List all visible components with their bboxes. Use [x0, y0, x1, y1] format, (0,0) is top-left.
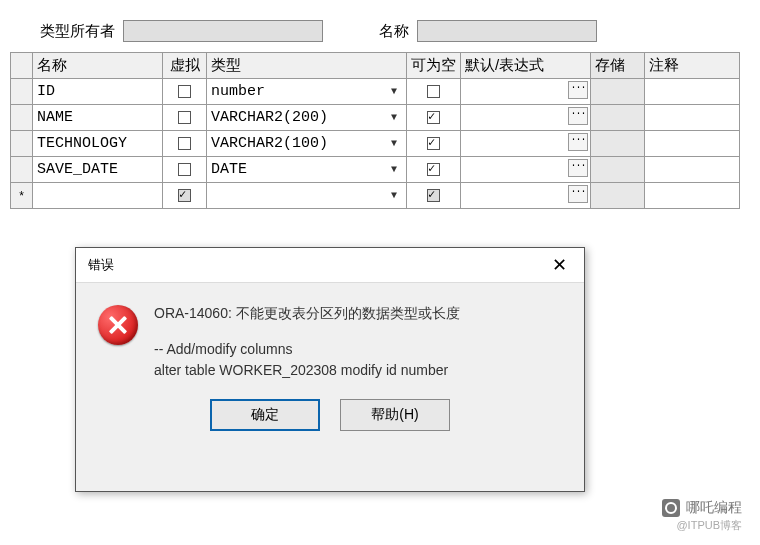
cell-store[interactable] — [591, 157, 645, 183]
error-sub-line2: alter table WORKER_202308 modify id numb… — [154, 360, 564, 381]
col-header-comment[interactable]: 注释 — [645, 53, 740, 79]
cell-name[interactable]: SAVE_DATE — [33, 157, 163, 183]
cell-comment[interactable] — [645, 105, 740, 131]
cell-virtual[interactable] — [163, 105, 207, 131]
checkbox-icon[interactable] — [427, 85, 440, 98]
chevron-down-icon[interactable]: ▼ — [386, 136, 402, 152]
error-message: ORA-14060: 不能更改表分区列的数据类型或长度 — [154, 305, 564, 323]
checkbox-icon[interactable] — [427, 163, 440, 176]
wechat-icon — [662, 499, 680, 517]
chevron-down-icon[interactable]: ▼ — [386, 188, 402, 204]
cell-name[interactable]: TECHNOLOGY — [33, 131, 163, 157]
checkbox-icon[interactable] — [427, 189, 440, 202]
col-header-store[interactable]: 存储 — [591, 53, 645, 79]
error-icon — [98, 305, 138, 345]
row-selector[interactable] — [11, 131, 33, 157]
columns-grid: 名称 虚拟 类型 可为空 默认/表达式 存储 注释 ID number▼ ···… — [10, 52, 740, 209]
ellipsis-icon[interactable]: ··· — [568, 81, 588, 99]
table-row[interactable]: TECHNOLOGY VARCHAR2(100)▼ ··· — [11, 131, 740, 157]
checkbox-icon[interactable] — [178, 85, 191, 98]
cell-virtual[interactable] — [163, 79, 207, 105]
row-selector[interactable] — [11, 79, 33, 105]
cell-default[interactable]: ··· — [461, 79, 591, 105]
cell-type[interactable]: DATE▼ — [207, 157, 407, 183]
table-row[interactable]: NAME VARCHAR2(200)▼ ··· — [11, 105, 740, 131]
owner-input[interactable] — [123, 20, 323, 42]
cell-virtual[interactable] — [163, 131, 207, 157]
cell-nullable[interactable] — [407, 79, 461, 105]
watermark-text: 哪吒编程 — [686, 499, 742, 517]
chevron-down-icon[interactable]: ▼ — [386, 84, 402, 100]
checkbox-icon[interactable] — [178, 111, 191, 124]
cell-store[interactable] — [591, 79, 645, 105]
cell-comment[interactable] — [645, 157, 740, 183]
filter-bar: 类型所有者 名称 — [0, 0, 760, 52]
watermark: 哪吒编程 — [662, 499, 742, 517]
cell-type[interactable]: ▼ — [207, 183, 407, 209]
col-header-name[interactable]: 名称 — [33, 53, 163, 79]
checkbox-icon[interactable] — [178, 189, 191, 202]
cell-default[interactable]: ··· — [461, 157, 591, 183]
cell-store[interactable] — [591, 183, 645, 209]
cell-virtual[interactable] — [163, 157, 207, 183]
col-header-virtual[interactable]: 虚拟 — [163, 53, 207, 79]
dialog-titlebar[interactable]: 错误 ✕ — [76, 248, 584, 283]
cell-nullable[interactable] — [407, 105, 461, 131]
dialog-title-text: 错误 — [88, 256, 114, 274]
table-row[interactable]: ID number▼ ··· — [11, 79, 740, 105]
row-selector[interactable] — [11, 105, 33, 131]
error-dialog: 错误 ✕ ORA-14060: 不能更改表分区列的数据类型或长度 -- Add/… — [75, 247, 585, 492]
ok-button[interactable]: 确定 — [210, 399, 320, 431]
cell-comment[interactable] — [645, 79, 740, 105]
cell-nullable[interactable] — [407, 157, 461, 183]
name-filter-input[interactable] — [417, 20, 597, 42]
cell-store[interactable] — [591, 131, 645, 157]
newrow-marker: * — [11, 183, 33, 209]
cell-default[interactable]: ··· — [461, 131, 591, 157]
cell-type[interactable]: VARCHAR2(100)▼ — [207, 131, 407, 157]
checkbox-icon[interactable] — [427, 137, 440, 150]
cell-name[interactable]: NAME — [33, 105, 163, 131]
chevron-down-icon[interactable]: ▼ — [386, 110, 402, 126]
chevron-down-icon[interactable]: ▼ — [386, 162, 402, 178]
checkbox-icon[interactable] — [178, 163, 191, 176]
cell-type[interactable]: number▼ — [207, 79, 407, 105]
cell-name[interactable]: ID — [33, 79, 163, 105]
row-header-corner — [11, 53, 33, 79]
cell-nullable[interactable] — [407, 131, 461, 157]
cell-default[interactable]: ··· — [461, 105, 591, 131]
cell-virtual[interactable] — [163, 183, 207, 209]
cell-default[interactable]: ··· — [461, 183, 591, 209]
name-filter-label: 名称 — [379, 22, 409, 41]
cell-nullable[interactable] — [407, 183, 461, 209]
ellipsis-icon[interactable]: ··· — [568, 185, 588, 203]
cell-name[interactable] — [33, 183, 163, 209]
close-icon[interactable]: ✕ — [544, 254, 574, 276]
col-header-nullable[interactable]: 可为空 — [407, 53, 461, 79]
new-row[interactable]: * ▼ ··· — [11, 183, 740, 209]
col-header-default[interactable]: 默认/表达式 — [461, 53, 591, 79]
col-header-type[interactable]: 类型 — [207, 53, 407, 79]
checkbox-icon[interactable] — [178, 137, 191, 150]
row-selector[interactable] — [11, 157, 33, 183]
checkbox-icon[interactable] — [427, 111, 440, 124]
table-row[interactable]: SAVE_DATE DATE▼ ··· — [11, 157, 740, 183]
error-sub-line1: -- Add/modify columns — [154, 339, 564, 360]
cell-type[interactable]: VARCHAR2(200)▼ — [207, 105, 407, 131]
owner-label: 类型所有者 — [40, 22, 115, 41]
watermark-sub: @ITPUB博客 — [676, 518, 742, 533]
ellipsis-icon[interactable]: ··· — [568, 159, 588, 177]
ellipsis-icon[interactable]: ··· — [568, 133, 588, 151]
cell-store[interactable] — [591, 105, 645, 131]
ellipsis-icon[interactable]: ··· — [568, 107, 588, 125]
cell-comment[interactable] — [645, 131, 740, 157]
cell-comment[interactable] — [645, 183, 740, 209]
help-button[interactable]: 帮助(H) — [340, 399, 450, 431]
